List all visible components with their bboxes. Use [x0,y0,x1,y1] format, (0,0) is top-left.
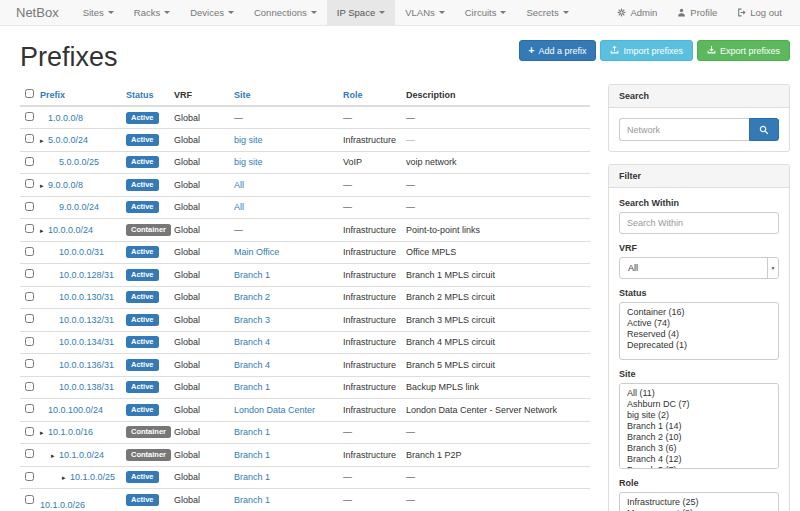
status-filter-option[interactable]: Deprecated (1) [620,339,778,350]
site-link[interactable]: Branch 4 [234,360,270,370]
site-link[interactable]: Branch 1 [234,495,270,505]
site-link[interactable]: Branch 1 [234,472,270,482]
prefix-link[interactable]: 10.1.0.0/16 [48,427,93,437]
row-checkbox[interactable] [25,449,34,458]
site-link[interactable]: Branch 1 [234,270,270,280]
nav-profile[interactable]: Profile [667,0,727,25]
site-link[interactable]: big site [234,135,263,145]
nav-item-connections[interactable]: Connections [244,0,327,25]
row-checkbox[interactable] [25,269,34,278]
row-checkbox[interactable] [25,202,34,211]
row-checkbox[interactable] [25,224,34,233]
status-filter-option[interactable]: Active (74) [620,317,778,328]
site-link[interactable]: Branch 3 [234,315,270,325]
prefix-link[interactable]: 10.1.0.0/24 [59,450,104,460]
site-filter-option[interactable]: Branch 3 (6) [620,442,778,453]
row-checkbox[interactable] [25,427,34,436]
row-checkbox[interactable] [25,472,34,481]
site-link[interactable]: Branch 4 [234,337,270,347]
nav-admin[interactable]: Admin [607,0,667,25]
vrf-value: Global [174,135,200,145]
site-filter-option[interactable]: Branch 1 (14) [620,420,778,431]
prefix-link[interactable]: 10.0.0.0/31 [59,247,104,257]
site-link[interactable]: Branch 2 [234,292,270,302]
site-filter-option[interactable]: All (11) [620,387,778,398]
row-checkbox[interactable] [25,337,34,346]
column-header-role[interactable]: Role [339,84,402,106]
row-checkbox[interactable] [25,134,34,143]
row-checkbox[interactable] [25,404,34,413]
site-link[interactable]: Branch 1 [234,450,270,460]
site-link[interactable]: Branch 1 [234,427,270,437]
nav-item-circuits[interactable]: Circuits [455,0,517,25]
site-link[interactable]: London Data Center [234,405,315,415]
prefix-link[interactable]: 10.0.100.0/24 [48,405,103,415]
row-checkbox[interactable] [25,382,34,391]
site-link[interactable]: Main Office [234,247,279,257]
prefix-link[interactable]: 10.0.0.138/31 [59,382,114,392]
chevron-down-icon [563,11,569,14]
nav-item-racks[interactable]: Racks [124,0,180,25]
column-header-status[interactable]: Status [122,84,170,106]
row-checkbox[interactable] [25,112,34,121]
site-filter-option[interactable]: Branch 5 (7) [620,464,778,469]
site-link[interactable]: big site [234,157,263,167]
prefix-link[interactable]: 10.1.0.0/25 [70,472,115,482]
prefix-link[interactable]: 10.0.0.130/31 [59,292,114,302]
role-filter-listbox[interactable]: Infrastructure (25)Management (8)Private… [619,492,779,511]
nav-item-devices[interactable]: Devices [180,0,244,25]
tree-indent [40,299,51,300]
nav-logout[interactable]: Log out [727,0,792,25]
nav-item-sites[interactable]: Sites [73,0,124,25]
status-filter-option[interactable]: Container (16) [620,306,778,317]
prefix-link[interactable]: 9.0.0.0/8 [48,180,83,190]
row-checkbox[interactable] [25,495,34,504]
status-badge: Container [126,449,171,461]
site-filter-listbox[interactable]: All (11)Ashburn DC (7)big site (2)Branch… [619,383,779,469]
row-checkbox[interactable] [25,179,34,188]
prefix-link[interactable]: 10.0.0.128/31 [59,270,114,280]
role-filter-option[interactable]: Management (8) [620,507,778,511]
search-button[interactable] [749,118,779,141]
role-filter-option[interactable]: Infrastructure (25) [620,496,778,507]
nav-item-vlans[interactable]: VLANs [395,0,455,25]
nav-item-ip-space[interactable]: IP Space [327,0,395,25]
prefix-link[interactable]: 5.0.0.0/24 [48,135,88,145]
add-prefix-button[interactable]: + Add a prefix [519,40,597,61]
app-brand[interactable]: NetBox [0,0,73,25]
row-checkbox[interactable] [25,292,34,301]
export-prefixes-button[interactable]: Export prefixes [697,40,790,61]
table-row: 5.0.0.0/25 Active Global big site VoIP v… [20,151,590,174]
site-filter-option[interactable]: Branch 2 (10) [620,431,778,442]
row-checkbox[interactable] [25,247,34,256]
site-link[interactable]: Branch 1 [234,382,270,392]
row-checkbox[interactable] [25,157,34,166]
nav-profile-label: Profile [690,0,717,26]
column-header-prefix[interactable]: Prefix [36,84,122,106]
row-checkbox[interactable] [25,314,34,323]
prefix-link[interactable]: 1.0.0.0/8 [48,113,83,123]
site-filter-option[interactable]: Ashburn DC (7) [620,398,778,409]
prefix-link[interactable]: 10.0.0.132/31 [59,315,114,325]
prefix-link[interactable]: 10.0.0.136/31 [59,360,114,370]
status-filter-listbox[interactable]: Container (16)Active (74)Reserved (4)Dep… [619,302,779,360]
add-prefix-label: Add a prefix [538,46,586,56]
status-filter-option[interactable]: Reserved (4) [620,328,778,339]
search-within-input[interactable] [619,212,779,234]
prefix-link[interactable]: 10.0.0.134/31 [59,337,114,347]
search-input[interactable] [619,118,749,141]
select-all-checkbox[interactable] [25,89,34,98]
row-checkbox[interactable] [25,359,34,368]
prefix-link[interactable]: 10.1.0.0/26 [40,500,85,510]
site-filter-option[interactable]: big site (2) [620,409,778,420]
column-header-site[interactable]: Site [230,84,339,106]
site-link[interactable]: All [234,202,244,212]
nav-item-secrets[interactable]: Secrets [516,0,578,25]
site-link[interactable]: All [234,180,244,190]
prefix-link[interactable]: 9.0.0.0/24 [59,202,99,212]
prefix-link[interactable]: 5.0.0.0/25 [59,157,99,167]
site-filter-option[interactable]: Branch 4 (12) [620,453,778,464]
prefix-link[interactable]: 10.0.0.0/24 [48,225,93,235]
vrf-select[interactable]: All ▼ [619,257,779,279]
import-prefixes-button[interactable]: Import prefixes [600,40,693,61]
